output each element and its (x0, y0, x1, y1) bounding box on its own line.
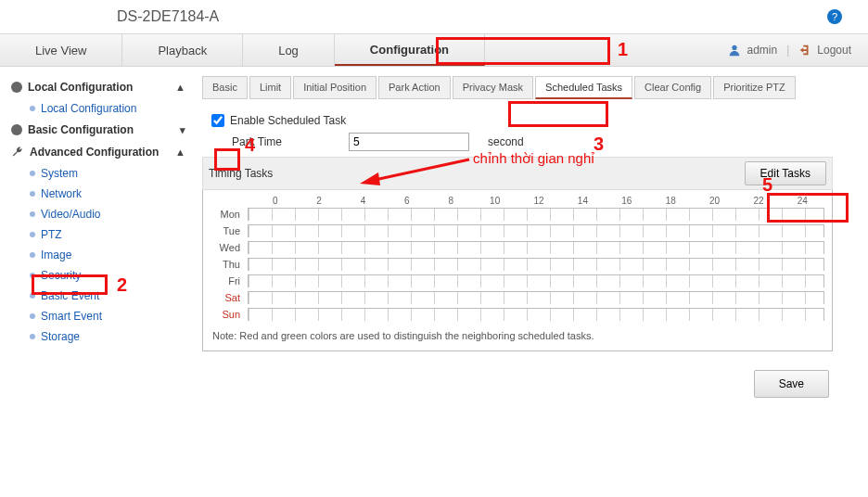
hour-tick: 12 (517, 196, 560, 206)
sidebar-item-basic-event[interactable]: Basic Event (6, 286, 191, 306)
sidebar-item-label: Basic Event (41, 289, 99, 302)
sidebar-item-label: Security (41, 269, 81, 282)
sidebar-section-basic[interactable]: Basic Configuration ▾ (6, 119, 191, 141)
svg-line-1 (375, 159, 469, 180)
top-nav: Live View Playback Log Configuration adm… (0, 33, 868, 67)
bullet-icon (30, 252, 35, 258)
tab-live-view[interactable]: Live View (0, 34, 122, 66)
chevron-up-icon: ▲ (175, 82, 185, 93)
sidebar-item-label: Network (41, 187, 82, 200)
user-name: admin (747, 44, 777, 57)
subtab-limit[interactable]: Limit (249, 76, 291, 99)
logout-link[interactable]: Logout (817, 44, 851, 57)
sidebar-item-ptz[interactable]: PTZ (6, 224, 191, 245)
sidebar-item-video-audio[interactable]: Video/Audio (6, 204, 191, 224)
sidebar-item-smart-event[interactable]: Smart Event (6, 306, 191, 326)
hour-tick: 4 (341, 196, 385, 206)
bullet-icon (30, 211, 35, 217)
anno-num-2: 2 (117, 274, 127, 296)
day-tue: Tue (211, 225, 248, 236)
day-fri: Fri (211, 275, 248, 287)
sidebar-item-label: Storage (41, 330, 80, 343)
anno-num-3: 3 (594, 134, 604, 155)
hour-tick: 24 (781, 196, 824, 206)
day-bar-tue[interactable] (248, 224, 824, 237)
sidebar-item-network[interactable]: Network (6, 184, 191, 204)
enable-scheduled-task-checkbox[interactable] (211, 114, 224, 127)
hour-tick: 16 (605, 196, 648, 206)
sidebar-item-label: System (41, 167, 78, 180)
edit-tasks-button[interactable]: Edit Tasks (745, 161, 826, 185)
hour-tick: 10 (473, 196, 517, 206)
hour-tick: 0 (253, 196, 297, 206)
tab-configuration[interactable]: Configuration (335, 34, 485, 66)
subtab-basic[interactable]: Basic (202, 76, 248, 99)
help-icon[interactable]: ? (827, 9, 842, 24)
bullet-icon (30, 171, 35, 176)
subtab-clear-config[interactable]: Clear Config (634, 76, 711, 99)
sidebar-item-security[interactable]: Security (6, 265, 191, 286)
day-bar-fri[interactable] (248, 274, 824, 287)
subtab-scheduled-tasks[interactable]: Scheduled Tasks (535, 76, 632, 99)
hour-tick: 18 (649, 196, 693, 206)
user-sep: | (786, 44, 789, 57)
day-mon: Mon (211, 209, 248, 220)
hour-scale: 024681012141618202224 (253, 196, 824, 206)
sidebar-item-label: Image (41, 248, 71, 261)
subtab-privacy-mask[interactable]: Privacy Mask (453, 76, 533, 99)
sidebar-item-label: PTZ (41, 228, 62, 241)
gear-icon (11, 82, 22, 93)
sidebar-item-system[interactable]: System (6, 163, 191, 184)
sidebar-item-local-cfg[interactable]: Local Configuration (6, 98, 191, 119)
svg-point-0 (733, 45, 737, 50)
bullet-icon (30, 334, 35, 339)
bullet-icon (30, 273, 35, 278)
day-bar-sun[interactable] (248, 308, 824, 321)
park-time-input[interactable] (349, 133, 469, 151)
day-bar-wed[interactable] (248, 241, 824, 254)
device-model: DS-2DE7184-A (117, 8, 219, 25)
subtab-prioritize-ptz[interactable]: Prioritize PTZ (713, 76, 796, 99)
gear-icon (11, 124, 22, 135)
anno-num-4: 4 (245, 134, 255, 156)
chevron-down-icon: ▾ (180, 124, 185, 136)
chevron-up-icon: ▲ (175, 147, 185, 158)
save-button[interactable]: Save (754, 370, 829, 398)
sidebar: Local Configuration ▲ Local Configuratio… (0, 67, 195, 497)
anno-num-1: 1 (618, 39, 628, 60)
user-icon (728, 44, 741, 57)
sidebar-item-label: Video/Audio (41, 208, 101, 221)
day-bar-thu[interactable] (248, 258, 824, 271)
day-bar-mon[interactable] (248, 208, 824, 221)
day-sun: Sun (211, 309, 248, 320)
hour-tick: 6 (385, 196, 428, 206)
subtab-park-action[interactable]: Park Action (378, 76, 451, 99)
user-area: admin | Logout (728, 34, 868, 66)
bullet-icon (30, 313, 35, 319)
hour-tick: 2 (297, 196, 340, 206)
hour-tick: 14 (561, 196, 605, 206)
bullet-icon (30, 232, 35, 237)
wrench-icon (11, 146, 24, 159)
tab-playback[interactable]: Playback (122, 34, 243, 66)
subtab-initial-position[interactable]: Initial Position (293, 76, 377, 99)
park-time-unit: second (488, 135, 524, 148)
sidebar-section-advanced[interactable]: Advanced Configuration ▲ (6, 141, 191, 163)
day-bar-sat[interactable] (248, 291, 824, 304)
day-thu: Thu (211, 259, 248, 270)
sidebar-label-local: Local Configuration (28, 81, 133, 94)
sidebar-item-storage[interactable]: Storage (6, 326, 191, 347)
enable-scheduled-task-label: Enable Scheduled Task (230, 114, 346, 127)
sidebar-item-image[interactable]: Image (6, 245, 191, 265)
schedule-grid: 024681012141618202224 Mon Tue Wed Thu Fr… (202, 190, 833, 351)
logout-icon (798, 44, 811, 57)
content-pane: Basic Limit Initial Position Park Action… (195, 67, 868, 497)
anno-text-arrow: chỉnh thời gian nghỉ (473, 150, 594, 167)
bullet-icon (30, 191, 35, 197)
anno-num-5: 5 (762, 174, 772, 196)
bullet-icon (30, 293, 35, 299)
sidebar-item-label: Local Configuration (41, 102, 136, 115)
sidebar-section-local[interactable]: Local Configuration ▲ (6, 76, 191, 98)
svg-marker-2 (360, 172, 380, 185)
tab-log[interactable]: Log (243, 34, 335, 66)
